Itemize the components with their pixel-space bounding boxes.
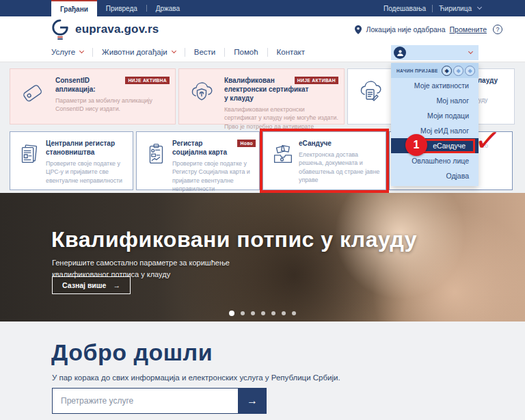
settings-link[interactable]: Подешавања	[383, 5, 426, 12]
tab-business[interactable]: Привреда	[97, 0, 146, 16]
menu-item-esanduce[interactable]: еСандуче	[391, 138, 479, 153]
nav-label: Услуге	[51, 48, 75, 56]
language-selector[interactable]: Ћирилица	[439, 5, 472, 12]
nav-divider	[92, 48, 93, 57]
user-menu-button[interactable]	[391, 45, 479, 60]
hero-title: Квалификовани потпис у клауду	[51, 227, 417, 252]
menu-item-label: Одјава	[446, 172, 469, 180]
carousel-dot-5[interactable]	[271, 311, 275, 315]
nav-item-contact[interactable]: Контакт	[277, 48, 305, 56]
new-badge: Ново	[237, 140, 256, 147]
login-level-icon-1[interactable]: ◆	[442, 66, 452, 76]
tab-business-label: Привреда	[106, 5, 137, 12]
welcome-section: Добро дошли У пар корака до свих информа…	[0, 321, 525, 420]
search-input[interactable]	[52, 388, 238, 414]
card-description: Проверите своје податке у Регистру Социј…	[172, 159, 256, 193]
header: euprava.gov.rs Локација није одабрана Пр…	[0, 16, 525, 42]
topbar-right: Подешавања Ћирилица	[383, 0, 481, 16]
user-dropdown-menu: НАЧИН ПРИЈАВЕ ◆ ◆ ◆ Моје активности Мој …	[391, 63, 479, 186]
card-title: Квалификован електронски сертификат у кл…	[224, 76, 312, 103]
nav-item-life-events[interactable]: Животни догађаји	[102, 48, 176, 56]
chevron-down-icon[interactable]	[477, 5, 482, 10]
chevron-down-icon	[172, 49, 176, 53]
login-level-icons: ◆ ◆ ◆	[442, 66, 475, 76]
clipboard-chart-icon	[143, 141, 169, 171]
login-method-row: НАЧИН ПРИЈАВЕ ◆ ◆ ◆	[391, 63, 479, 78]
menu-item-my-data[interactable]: Моји подаци	[391, 108, 479, 123]
menu-item-label: Мој еИД налог	[420, 127, 469, 135]
card-description: Параметри за мобилну апликацију ConsentI…	[55, 96, 170, 114]
chevron-down-icon	[468, 49, 473, 54]
help-icon[interactable]: ?	[493, 25, 502, 34]
change-location-link[interactable]: Промените	[450, 25, 487, 34]
menu-item-label: еСандуче	[433, 142, 466, 150]
annotation-step-badge: 1	[405, 134, 427, 156]
tab-state[interactable]: Држава	[147, 0, 189, 16]
euprava-logo[interactable]: euprava.gov.rs	[51, 18, 159, 40]
login-level-icon-3[interactable]: ◆	[465, 66, 475, 76]
carousel-dot-6[interactable]	[282, 311, 286, 315]
menu-item-label: Моје активности	[414, 81, 469, 90]
learn-more-button[interactable]: Сазнај више →	[52, 276, 131, 294]
cloud-shield-icon	[188, 79, 215, 109]
nav-label: Помоћ	[234, 48, 258, 56]
chevron-down-icon	[79, 49, 84, 53]
help-glyph: ?	[496, 26, 499, 33]
euprava-homepage: Грађани Привреда Држава Подешавања Ћирил…	[0, 0, 525, 420]
menu-item-authorized-person[interactable]: Овлашћено лице	[391, 153, 479, 168]
card-description: Електронска достава решења, докумената и…	[299, 150, 382, 184]
location-text: Локација није одабрана	[366, 25, 445, 34]
person-icon	[396, 49, 404, 57]
login-method-label: НАЧИН ПРИЈАВЕ	[396, 68, 438, 73]
diamond-glyph: ◆	[456, 68, 460, 74]
menu-item-my-activities[interactable]: Моје активности	[391, 78, 479, 93]
mailbox-icon	[269, 141, 295, 171]
cloud-document-icon	[357, 79, 384, 109]
card-consentid-app[interactable]: ConsentID апликација: НИЈЕ АКТИВНА Парам…	[10, 68, 176, 124]
menu-item-my-account[interactable]: Мој налог	[391, 93, 479, 108]
diamond-glyph: ◆	[444, 68, 448, 74]
search-submit-button[interactable]: →	[238, 388, 267, 414]
nav-divider	[185, 48, 185, 57]
hero-banner: Квалификовани потпис у клауду Генеришите…	[0, 193, 525, 321]
arrow-right-icon: →	[247, 395, 258, 407]
carousel-dot-7[interactable]	[292, 311, 296, 315]
annotation-red-box: еСандуче	[423, 139, 475, 153]
menu-item-logout[interactable]: Одјава	[391, 168, 479, 183]
card-central-population-registry[interactable]: Централни регистар становништва Проверит…	[10, 131, 133, 190]
card-description: Проверите своје податке у ЦРС-у и пријав…	[46, 159, 129, 185]
card-qualified-certificate[interactable]: НИЈЕ АКТИВАН Квалификован електронски се…	[178, 68, 345, 124]
carousel-dots	[0, 311, 525, 316]
nav-item-services[interactable]: Услуге	[51, 48, 83, 56]
documents-icon	[16, 141, 42, 171]
carousel-dot-2[interactable]	[241, 311, 245, 315]
card-title: еСандуче	[299, 139, 382, 148]
tab-state-label: Држава	[156, 5, 180, 12]
menu-item-label: Моји подаци	[427, 111, 469, 120]
nav-label: Контакт	[277, 48, 305, 56]
location-bar: Локација није одабрана Промените ?	[355, 16, 502, 42]
menu-item-my-eid[interactable]: Мој еИД налог	[391, 123, 479, 138]
nav-item-help[interactable]: Помоћ	[234, 48, 258, 56]
annotation-checkmark-icon: ✓	[473, 123, 502, 157]
status-badge: НИЈЕ АКТИВНА	[125, 77, 170, 84]
login-level-icon-2[interactable]: ◆	[453, 66, 463, 76]
tab-citizens-label: Грађани	[60, 5, 88, 13]
card-social-card-registry[interactable]: Регистар социјална карта Ново Проверите …	[136, 131, 260, 190]
topbar: Грађани Привреда Држава Подешавања Ћирил…	[0, 0, 525, 16]
euprava-logo-icon	[51, 18, 70, 40]
avatar	[394, 47, 406, 59]
tab-citizens[interactable]: Грађани	[51, 0, 97, 16]
card-title: Регистар социјална карта	[172, 139, 234, 157]
carousel-dot-3[interactable]	[251, 311, 255, 315]
carousel-dot-4[interactable]	[261, 311, 265, 315]
learn-more-label: Сазнај више	[62, 281, 106, 289]
card-title: Централни регистар становништва	[46, 139, 129, 157]
nav-item-news[interactable]: Вести	[194, 48, 216, 56]
topbar-divider	[432, 5, 433, 12]
card-esanduce[interactable]: еСандуче Електронска достава решења, док…	[262, 131, 386, 190]
location-pin-icon	[355, 25, 362, 34]
arrow-right-icon: →	[113, 281, 120, 289]
carousel-dot-1[interactable]	[229, 311, 234, 316]
nav-label: Вести	[194, 48, 216, 56]
